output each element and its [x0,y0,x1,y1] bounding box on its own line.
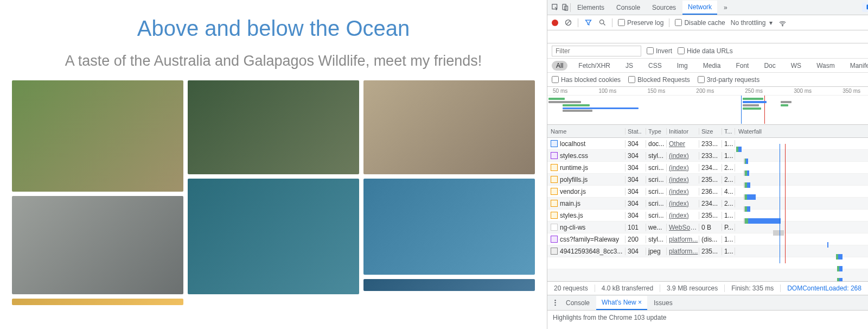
js-file-icon [551,188,558,195]
network-row[interactable]: runtime.js304scri...(index)234...2... [547,162,868,174]
record-icon[interactable] [552,20,558,26]
inspect-icon[interactable] [551,3,559,12]
gallery-image[interactable] [188,179,359,294]
hide-data-urls-checkbox[interactable]: Hide data URLs [678,47,733,55]
tab-network[interactable]: Network [682,1,717,15]
network-row[interactable]: ng-cli-ws101we...WebSoc...0 BP... [547,222,868,233]
filter-input[interactable] [552,46,641,56]
network-status-bar: 20 requests 4.0 kB transferred 3.9 MB re… [547,281,868,295]
network-row[interactable]: styles.js304scri...(index)235...1... [547,210,868,222]
type-filter-doc[interactable]: Doc [760,61,780,71]
blocked-cookies-checkbox[interactable]: Has blocked cookies [552,76,621,84]
tab-elements[interactable]: Elements [572,1,610,14]
gallery-image[interactable] [363,80,535,174]
network-row[interactable]: polyfills.js304scri...(index)235...2... [547,174,868,186]
col-size[interactable]: Size [699,128,722,135]
network-conditions-icon[interactable] [778,18,787,27]
drawer-tab-issues[interactable]: Issues [648,296,678,309]
gallery-image[interactable] [188,80,359,174]
page-subtitle: A taste of the Australia and Galapagos W… [12,53,535,69]
device-toggle-icon[interactable] [560,3,569,12]
more-tabs-icon[interactable]: » [718,1,733,14]
network-table-header[interactable]: Name Stat.. Type Initiator Size T... Wat… [547,125,868,138]
invert-checkbox[interactable]: Invert [647,47,672,55]
status-transferred: 4.0 kB transferred [595,284,660,292]
type-filter-ws[interactable]: WS [787,61,806,71]
drawer-tab-whatsnew[interactable]: What's New × [596,296,647,310]
svg-point-11 [554,302,556,303]
extra-filters: Has blocked cookies Blocked Requests 3rd… [547,73,868,87]
svg-point-8 [599,20,604,24]
search-icon[interactable] [598,18,607,27]
gallery-image[interactable] [363,179,535,275]
issues-badge[interactable]: 1 [862,3,868,12]
drawer-menu-icon[interactable] [551,299,559,307]
drawer-tab-console[interactable]: Console [560,296,595,309]
img-file-icon [551,248,558,255]
svg-point-12 [554,305,556,306]
type-filter-js[interactable]: JS [621,61,637,71]
tab-console[interactable]: Console [611,1,646,14]
devtools-tabs: Elements Console Sources Network » 1 [547,0,868,15]
clear-icon[interactable] [564,18,572,27]
type-filter-all[interactable]: All [552,61,567,71]
svg-point-10 [554,300,556,301]
status-finish: Finish: 335 ms [725,284,781,292]
gallery-image[interactable] [363,279,535,291]
network-row[interactable] [547,257,868,269]
js-file-icon [551,164,558,171]
col-waterfall[interactable]: Waterfall▲ [735,128,868,135]
gallery-image[interactable] [12,196,183,294]
network-toolbar: Preserve log Disable cache No throttling… [547,15,868,30]
throttling-select[interactable]: No throttling ▾ [731,19,773,27]
network-row[interactable]: vendor.js304scri...(index)236...4... [547,186,868,198]
col-initiator[interactable]: Initiator [667,128,699,135]
status-resources: 3.9 MB resources [660,284,725,292]
preserve-log-checkbox[interactable]: Preserve log [618,19,663,27]
filter-toggle-icon[interactable] [584,18,592,27]
type-filter-font[interactable]: Font [731,61,753,71]
type-filter-img[interactable]: Img [673,61,692,71]
svg-point-9 [782,26,783,26]
import-export-bar [547,30,868,43]
network-row[interactable]: localhost304doc...Other233...1... [547,138,868,150]
filter-bar: Invert Hide data URLs [547,43,868,59]
drawer-tabs: Console What's New × Issues [547,295,868,311]
type-filter-css[interactable]: CSS [644,61,666,71]
network-row[interactable]: 49412593648_8cc3...304jpegplatform...235… [547,245,868,257]
timeline-overview[interactable]: 50 ms100 ms150 ms200 ms250 ms300 ms350 m… [547,87,868,125]
import-har-icon[interactable] [567,33,576,41]
ws-file-icon [551,224,558,231]
network-table-body: localhost304doc...Other233...1...styles.… [547,138,868,281]
third-party-checkbox[interactable]: 3rd-party requests [698,76,760,84]
type-filter-manifest[interactable]: Manifest [846,61,868,71]
network-row[interactable] [547,269,868,281]
type-filter-media[interactable]: Media [699,61,725,71]
doc-file-icon [551,140,558,147]
status-requests: 20 requests [547,284,595,292]
type-filter-fetchxhr[interactable]: Fetch/XHR [574,61,615,71]
css-file-icon [551,236,558,243]
js-file-icon [551,200,558,207]
col-type[interactable]: Type [646,128,667,135]
disable-cache-checkbox[interactable]: Disable cache [675,19,725,27]
close-tab-icon[interactable]: × [638,299,642,306]
gallery-image[interactable] [12,299,183,305]
status-dcl: DOMContentLoaded: 268 [781,284,868,292]
blocked-requests-checkbox[interactable]: Blocked Requests [628,76,690,84]
col-name[interactable]: Name [547,128,626,135]
network-row[interactable]: main.js304scri...(index)234...2... [547,198,868,210]
resource-type-filter: AllFetch/XHRJSCSSImgMediaFontDocWSWasmMa… [547,59,868,73]
type-filter-wasm[interactable]: Wasm [812,61,839,71]
js-file-icon [551,176,558,183]
col-time[interactable]: T... [722,128,735,135]
tab-sources[interactable]: Sources [647,1,681,14]
gallery-image[interactable] [12,80,183,192]
export-har-icon[interactable] [552,33,560,41]
col-status[interactable]: Stat.. [626,128,646,135]
network-row[interactable]: styles.css304styl...(index)233...1... [547,150,868,162]
css-file-icon [551,152,558,159]
network-row[interactable]: css?family=Raleway200styl...platform...(… [547,233,868,245]
image-gallery [12,80,535,305]
devtools-panel: Elements Console Sources Network » 1 Pre… [547,0,868,329]
